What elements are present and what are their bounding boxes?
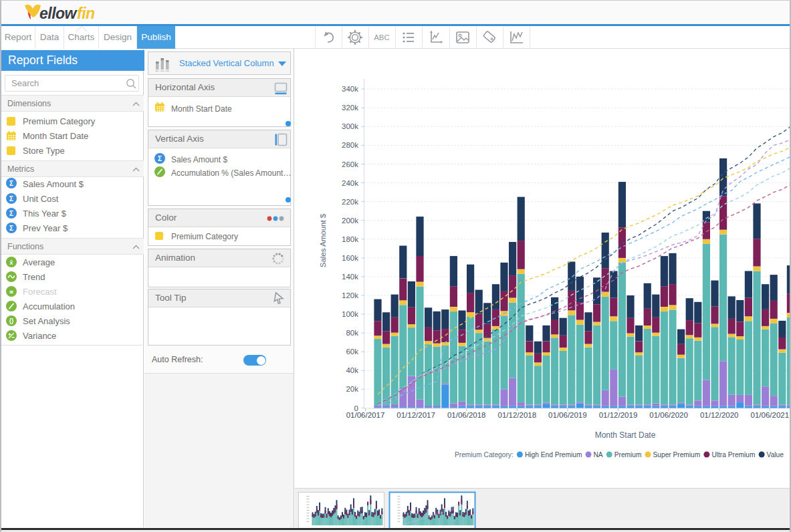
svg-text:120k: 120k <box>342 291 358 299</box>
svg-text:Ultra Premium: Ultra Premium <box>711 451 755 458</box>
svg-text:01/06/2017: 01/06/2017 <box>346 411 385 419</box>
svg-text:140k: 140k <box>342 273 358 281</box>
svg-text:01/12/2020: 01/12/2020 <box>700 411 739 419</box>
svg-text:High End Premium: High End Premium <box>525 451 582 458</box>
svg-text:100k: 100k <box>342 310 358 318</box>
svg-text:80k: 80k <box>346 329 358 337</box>
svg-text:ellow: ellow <box>39 5 78 22</box>
svg-text:01/12/2017: 01/12/2017 <box>397 411 435 419</box>
svg-text:Σ: Σ <box>9 180 13 187</box>
svg-text:Σ: Σ <box>9 210 13 217</box>
svg-text:{}: {} <box>9 317 14 324</box>
svg-text:01/06/2021: 01/06/2021 <box>751 411 790 419</box>
svg-text:Sales Amount $: Sales Amount $ <box>319 213 327 267</box>
svg-text:ABC: ABC <box>374 33 390 41</box>
svg-text:220k: 220k <box>342 198 358 206</box>
svg-text:300k: 300k <box>342 122 358 130</box>
svg-text:260k: 260k <box>342 160 358 168</box>
svg-text:160k: 160k <box>342 254 358 262</box>
svg-text:Premium: Premium <box>614 451 642 458</box>
svg-text:01/12/2018: 01/12/2018 <box>498 411 537 419</box>
svg-text:40k: 40k <box>346 366 358 374</box>
svg-text:280k: 280k <box>342 141 358 149</box>
svg-text:fin: fin <box>77 5 95 22</box>
svg-text:Super Premium: Super Premium <box>653 451 701 458</box>
svg-text:Value: Value <box>767 451 784 458</box>
svg-text:180k: 180k <box>342 235 358 243</box>
svg-text:x̄: x̄ <box>9 259 13 266</box>
svg-text:01/06/2018: 01/06/2018 <box>447 411 486 419</box>
svg-text:Premium Category:: Premium Category: <box>455 451 514 458</box>
svg-text:200k: 200k <box>342 217 358 225</box>
svg-text:Σ: Σ <box>9 225 13 232</box>
svg-text:Month Start Date: Month Start Date <box>595 430 656 440</box>
svg-text:∝: ∝ <box>9 288 13 295</box>
svg-text:340k: 340k <box>342 85 358 93</box>
svg-text:240k: 240k <box>342 179 358 187</box>
svg-text:01/06/2019: 01/06/2019 <box>548 411 587 419</box>
svg-text:01/12/2019: 01/12/2019 <box>599 411 638 419</box>
svg-text:01/06/2020: 01/06/2020 <box>649 411 688 419</box>
svg-text:NA: NA <box>594 451 603 458</box>
svg-text:320k: 320k <box>342 104 358 112</box>
svg-text:Σ: Σ <box>158 154 162 162</box>
svg-text:60k: 60k <box>346 348 358 356</box>
svg-text:20k: 20k <box>346 385 358 393</box>
svg-text:Σ: Σ <box>9 195 13 203</box>
